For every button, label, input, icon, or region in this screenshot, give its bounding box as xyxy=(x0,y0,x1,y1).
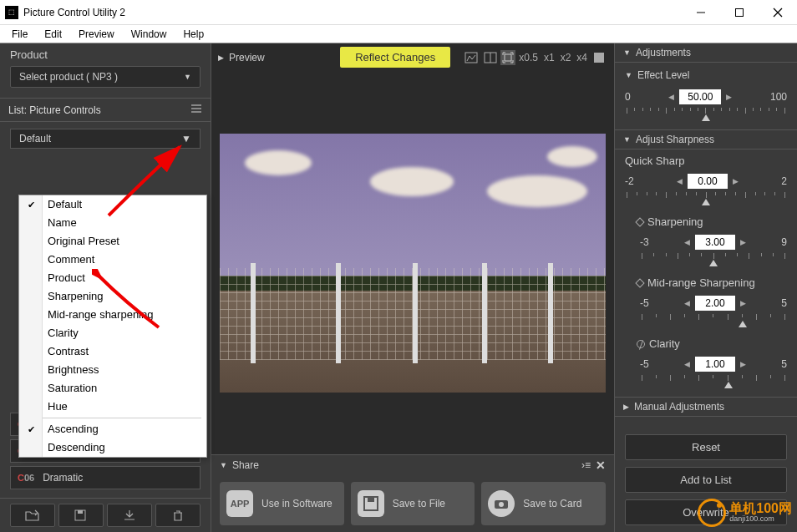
window-controls xyxy=(682,0,797,25)
caret-down-icon: ▼ xyxy=(625,71,632,79)
watermark: 单机100网 danji100.com xyxy=(698,499,792,527)
save-to-card-button[interactable]: Save to Card xyxy=(481,482,606,525)
sort-value: Default xyxy=(19,133,51,144)
slider-handle-icon[interactable] xyxy=(724,382,733,388)
dropdown-item-contrast[interactable]: Contrast xyxy=(19,342,206,361)
reflect-changes-button[interactable]: Reflect Changes xyxy=(340,47,450,68)
effect-level-label: Effect Level xyxy=(637,69,689,81)
menu-help[interactable]: Help xyxy=(175,27,212,42)
histogram-icon[interactable] xyxy=(462,49,480,66)
product-value: Select product ( NP3 ) xyxy=(19,71,118,83)
slider-handle-icon[interactable] xyxy=(739,321,747,327)
window-title: Picture Control Utility 2 xyxy=(23,7,682,18)
clarity-slider[interactable]: -5 ◀1.00▶ 5 xyxy=(640,357,787,387)
effect-level-slider[interactable]: 0 ◀ 50.00 ▶ 100 xyxy=(625,89,787,119)
slider-value[interactable]: 3.00 xyxy=(695,235,735,250)
slider-inc-icon[interactable]: ▶ xyxy=(739,238,748,246)
dropdown-item-brightness[interactable]: Brightness xyxy=(19,361,206,379)
slider-handle-icon[interactable] xyxy=(709,260,718,266)
slider-value[interactable]: 50.00 xyxy=(679,89,721,104)
slider-min: 0 xyxy=(625,91,631,103)
zoom-x0-5[interactable]: x0.5 xyxy=(516,49,541,66)
save-to-file-button[interactable]: Save to File xyxy=(351,482,475,525)
add-to-list-button[interactable]: Add to List xyxy=(625,467,787,493)
sharpening-slider[interactable]: -3 ◀3.00▶ 9 xyxy=(640,235,787,265)
menu-file[interactable]: File xyxy=(3,27,36,42)
sharpening-label: Sharpening xyxy=(637,215,787,228)
save-icon xyxy=(358,490,384,517)
dropdown-item-product[interactable]: Product xyxy=(19,269,206,287)
dropdown-item-comment[interactable]: Comment xyxy=(19,251,206,269)
dropdown-item-midrange-sharpening[interactable]: Mid-range sharpening xyxy=(19,306,206,324)
caret-down-icon: ▼ xyxy=(623,48,631,57)
slider-dec-icon[interactable]: ◀ xyxy=(683,360,692,368)
manual-adjustments-header[interactable]: ▶ Manual Adjustments xyxy=(615,398,797,417)
fullscreen-icon[interactable] xyxy=(591,49,607,66)
slider-inc-icon[interactable]: ▶ xyxy=(731,177,740,185)
menu-edit[interactable]: Edit xyxy=(36,27,70,42)
slider-value[interactable]: 2.00 xyxy=(695,296,735,311)
zoom-fit-icon[interactable] xyxy=(500,50,515,65)
close-share-icon[interactable]: ✕ xyxy=(596,459,606,472)
slider-inc-icon[interactable]: ▶ xyxy=(724,93,734,101)
slider-dec-icon[interactable]: ◀ xyxy=(675,177,684,185)
effect-level-header[interactable]: ▼ Effect Level xyxy=(625,68,787,83)
reset-button[interactable]: Reset xyxy=(625,434,787,460)
caret-down-icon: ▼ xyxy=(623,135,631,144)
dropdown-item-clarity[interactable]: Clarity xyxy=(19,324,206,342)
collapse-icon[interactable]: ›≡ xyxy=(581,459,591,471)
caret-down-icon: ▼ xyxy=(184,73,191,81)
save-to-file-label: Save to File xyxy=(393,498,445,509)
slider-inc-icon[interactable]: ▶ xyxy=(739,299,748,307)
item-name: Dramatic xyxy=(43,472,83,484)
menubar: File Edit Preview Window Help xyxy=(0,25,797,43)
svg-rect-4 xyxy=(191,104,201,106)
use-in-software-button[interactable]: APP Use in Software xyxy=(220,482,344,525)
close-button[interactable] xyxy=(759,0,797,25)
adjustments-header[interactable]: ▼ Adjustments xyxy=(615,43,797,63)
list-item[interactable]: C06 Dramatic xyxy=(10,466,201,489)
diamond-icon xyxy=(635,217,644,226)
maximize-button[interactable] xyxy=(720,0,759,25)
svg-rect-5 xyxy=(191,108,201,109)
menu-window[interactable]: Window xyxy=(123,27,175,42)
sort-select[interactable]: Default ▼ xyxy=(10,129,201,149)
product-select[interactable]: Select product ( NP3 ) ▼ xyxy=(10,66,201,88)
list-options-icon[interactable] xyxy=(190,103,202,117)
zoom-x4[interactable]: x4 xyxy=(574,49,590,66)
dropdown-item-hue[interactable]: Hue xyxy=(19,398,206,416)
diamond-icon xyxy=(635,278,644,287)
preview-image xyxy=(220,79,606,446)
dropdown-item-name[interactable]: Name xyxy=(19,214,206,232)
import-button[interactable] xyxy=(107,504,152,527)
save-as-button[interactable] xyxy=(58,504,104,527)
slider-value[interactable]: 0.00 xyxy=(688,174,728,189)
dropdown-item-original-preset[interactable]: Original Preset xyxy=(19,232,206,251)
slider-value[interactable]: 1.00 xyxy=(695,357,735,372)
quick-sharp-slider[interactable]: -2 ◀0.00▶ 2 xyxy=(625,174,787,204)
dropdown-item-descending[interactable]: Descending xyxy=(19,438,206,457)
dropdown-item-saturation[interactable]: Saturation xyxy=(19,379,206,398)
midrange-slider[interactable]: -5 ◀2.00▶ 5 xyxy=(640,296,787,326)
window-titlebar: ⬚ Picture Control Utility 2 xyxy=(0,0,797,25)
slider-handle-icon[interactable] xyxy=(702,199,710,205)
zoom-x1[interactable]: x1 xyxy=(541,49,557,66)
slider-inc-icon[interactable]: ▶ xyxy=(739,360,748,368)
open-folder-button[interactable] xyxy=(10,504,55,527)
slider-dec-icon[interactable]: ◀ xyxy=(683,238,692,246)
delete-button[interactable] xyxy=(155,504,201,527)
preview-header: ▶ Preview Reflect Changes x0.5 x1 x2 x4 xyxy=(211,43,614,71)
slider-handle-icon[interactable] xyxy=(702,114,710,121)
zoom-x2[interactable]: x2 xyxy=(558,49,574,66)
adjust-sharpness-header[interactable]: ▼ Adjust Sharpness xyxy=(615,130,797,149)
dropdown-item-sharpening[interactable]: Sharpening xyxy=(19,287,206,306)
slider-dec-icon[interactable]: ◀ xyxy=(683,299,692,307)
menu-preview[interactable]: Preview xyxy=(70,27,123,42)
split-view-icon[interactable] xyxy=(481,49,500,66)
dropdown-item-ascending[interactable]: Ascending xyxy=(19,420,206,438)
minimize-button[interactable] xyxy=(682,0,720,25)
dropdown-item-default[interactable]: Default xyxy=(19,195,206,214)
clarity-icon xyxy=(637,340,645,348)
product-label: Product xyxy=(10,48,201,61)
slider-dec-icon[interactable]: ◀ xyxy=(667,93,676,101)
